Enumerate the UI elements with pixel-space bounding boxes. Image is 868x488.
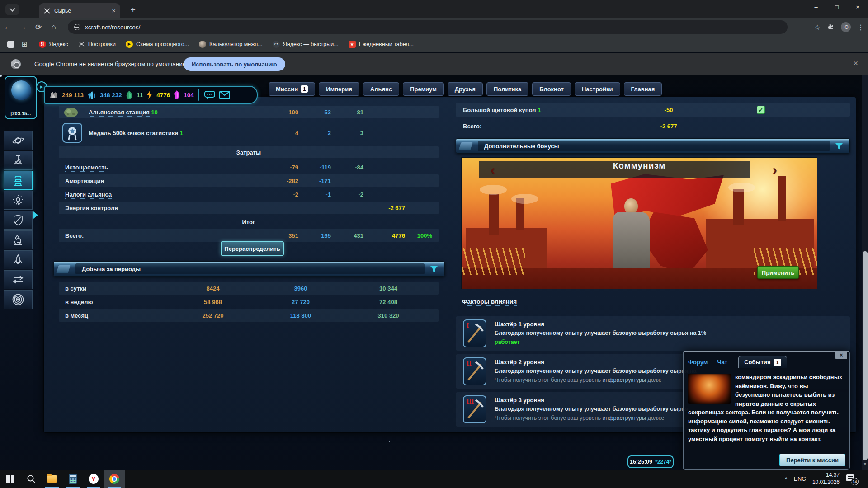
factors-title[interactable]: Факторы влияния — [462, 298, 517, 305]
tab-missions[interactable]: Миссии1 — [269, 82, 315, 96]
tab-label: Друзья — [455, 86, 476, 93]
bookmark-tabel[interactable]: ★ Ежедневный табел... — [349, 41, 414, 48]
tab-friends[interactable]: Друзья — [448, 82, 483, 96]
sidebar-item-orbit[interactable] — [4, 290, 33, 309]
tab-premium[interactable]: Премиум — [403, 82, 444, 96]
bonuses-title: Дополнительные бонусы — [478, 141, 830, 151]
browser-tab[interactable]: Сырьё × — [39, 3, 120, 18]
infrastructure-link[interactable]: инфраструктуры — [602, 415, 646, 422]
cell-crystal[interactable]: -171 — [298, 178, 331, 184]
set-default-button[interactable]: Использовать по умолчанию — [184, 57, 285, 71]
back-button[interactable]: ← — [0, 23, 15, 32]
sidebar-item-research[interactable] — [4, 230, 33, 249]
site-favicon — [43, 7, 51, 14]
crane-hook-icon — [12, 155, 24, 166]
planet-coordinates: [203:15... — [5, 111, 36, 116]
sidebar-item-defense[interactable] — [4, 211, 33, 230]
bookmark-shema[interactable]: ▶ Схема проходного... — [126, 41, 189, 48]
sidebar-expand-handle[interactable] — [33, 211, 38, 219]
forward-button[interactable]: → — [15, 23, 31, 32]
tab-forum[interactable]: Форум — [688, 359, 708, 366]
banner-next-arrow[interactable]: › — [773, 162, 777, 178]
entity-label[interactable]: Медаль 500k очков статистики 1 — [65, 130, 251, 136]
site-settings-icon[interactable] — [74, 24, 80, 30]
language-indicator[interactable]: ENG — [794, 476, 806, 482]
chat-icon[interactable] — [204, 90, 216, 100]
profile-avatar[interactable]: Ю — [841, 22, 851, 32]
cell-metal: -2 — [251, 191, 298, 198]
extensions-icon[interactable] — [827, 23, 835, 31]
sidebar-item-resources[interactable] — [4, 171, 33, 190]
redistribute-button[interactable]: Перераспределить — [221, 241, 284, 256]
taskbar-chrome-button[interactable] — [104, 470, 125, 488]
window-close-button[interactable]: × — [847, 0, 868, 15]
sidebar-item-shipyard[interactable] — [4, 191, 33, 210]
scrollbar-thumb[interactable] — [863, 251, 868, 460]
notification-center-button[interactable]: 14 — [846, 474, 857, 483]
banner-prev-arrow[interactable]: ‹ — [491, 162, 495, 178]
notification-close-icon[interactable]: × — [853, 59, 858, 68]
bookmark-yandex[interactable]: Я Яндекс — [39, 41, 68, 48]
shield-total-row: Всего: -2 677 — [456, 119, 850, 133]
chat-close-button[interactable]: × — [835, 351, 847, 359]
bookmark-star-icon[interactable]: ☆ — [814, 23, 821, 32]
scrollbar-down-icon[interactable]: ▼ — [863, 462, 868, 466]
tab-notebook[interactable]: Блокнот — [532, 82, 571, 96]
tab-main[interactable]: Главная — [624, 82, 662, 96]
sidebar-item-trade[interactable] — [4, 270, 33, 289]
cell-metal[interactable]: -282 — [251, 178, 298, 184]
cost-label[interactable]: Амортизация — [65, 178, 251, 184]
sidebar-item-galaxy[interactable] — [4, 131, 33, 150]
tab-search-button[interactable] — [5, 4, 19, 15]
notification-text: Google Chrome не является браузером по у… — [34, 61, 189, 67]
home-button[interactable]: ⌂ — [46, 23, 61, 32]
cell-metal: 4 — [251, 130, 298, 136]
menu-kebab-icon[interactable]: ⋮ — [857, 23, 864, 32]
apply-button[interactable]: Применить — [757, 266, 799, 279]
tab-settings[interactable]: Настройки — [575, 82, 620, 96]
shield-checkbox[interactable]: ✓ — [757, 106, 765, 114]
infrastructure-link[interactable]: инфраструктуры — [602, 377, 646, 384]
planet-widget[interactable]: [203:15... — [5, 76, 37, 119]
cost-label[interactable]: Истощаемость — [65, 164, 251, 171]
side-panel-icon[interactable] — [7, 41, 14, 48]
bookmark-calculator[interactable]: Калькулятор межп... — [199, 41, 263, 48]
filter-funnel-icon[interactable] — [835, 143, 843, 150]
cell-metal: 100 — [251, 109, 298, 116]
reload-button[interactable]: ⟳ — [31, 23, 46, 32]
start-button[interactable] — [0, 470, 21, 488]
tab-alliance[interactable]: Альянс — [363, 82, 399, 96]
window-minimize-button[interactable]: – — [806, 0, 826, 15]
taskbar-explorer-button[interactable] — [42, 470, 62, 488]
tab-events[interactable]: События 1 — [738, 356, 787, 368]
tab-close-icon[interactable]: × — [112, 7, 116, 14]
taskbar-clock[interactable]: 14:37 10.01.2026 — [812, 472, 840, 486]
apps-grid-icon[interactable]: ⊞ — [22, 40, 28, 48]
tray-expand-icon[interactable]: ^ — [785, 476, 788, 483]
go-to-mission-button[interactable]: Перейти к миссии — [779, 454, 845, 466]
cell-crystal: -119 — [298, 164, 331, 171]
shield-label[interactable]: Большой щитовой купол 1 — [463, 107, 630, 113]
cost-label[interactable]: Налоги альянса — [65, 191, 251, 198]
total-label: Всего: — [65, 232, 251, 239]
sidebar-item-fleet[interactable] — [4, 250, 33, 269]
mail-icon[interactable] — [219, 90, 231, 99]
sidebar-item-buildings[interactable] — [4, 151, 33, 170]
taskbar-calculator-button[interactable] — [62, 470, 83, 488]
period-label: в неделю — [65, 299, 169, 305]
tab-empire[interactable]: Империя — [319, 82, 359, 96]
window-maximize-button[interactable]: □ — [826, 0, 847, 15]
taskbar-search-button[interactable] — [21, 470, 42, 488]
tab-politics[interactable]: Политика — [486, 82, 528, 96]
filter-funnel-icon[interactable] — [430, 266, 438, 273]
tab-chat[interactable]: Чат — [717, 359, 727, 366]
total-label: Всего: — [463, 123, 630, 130]
cell-energy: -2 677 — [363, 205, 405, 211]
entity-label[interactable]: Альянсовая станция 10 — [65, 109, 251, 116]
bookmark-yandex-fast[interactable]: ◠ Яндекс — быстрый... — [273, 41, 339, 48]
address-bar[interactable]: xcraft.net/resources/ — [68, 20, 788, 34]
new-tab-button[interactable]: + — [127, 4, 139, 17]
taskbar-yandex-button[interactable]: Y — [83, 470, 104, 488]
bookmark-postroyki[interactable]: Постройки — [78, 41, 116, 47]
factor-hint: Чтобы получить этот бонус ваш уровень ин… — [495, 377, 661, 383]
